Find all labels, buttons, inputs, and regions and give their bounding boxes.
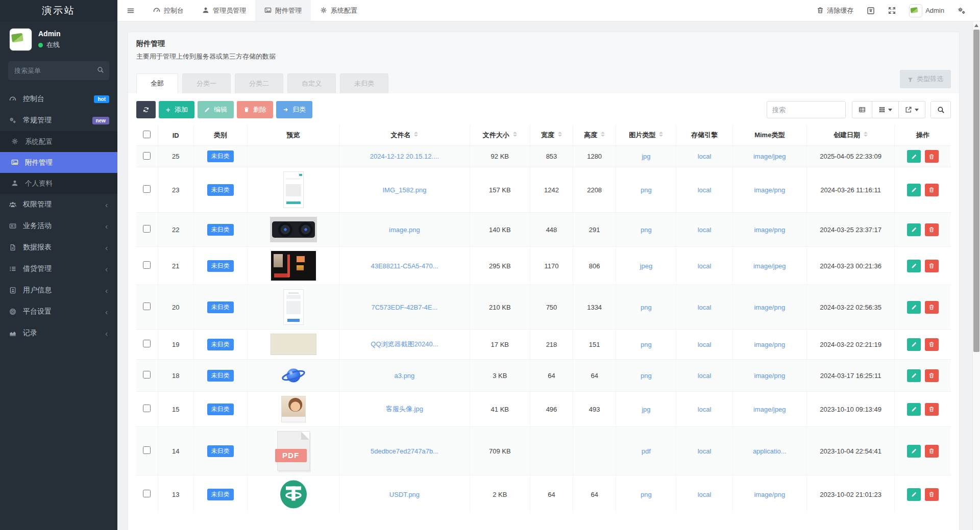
row-checkbox[interactable] xyxy=(143,225,151,233)
mime-link[interactable]: image/jpeg xyxy=(753,262,786,270)
refresh-button[interactable] xyxy=(136,101,156,118)
engine-link[interactable]: local xyxy=(698,262,712,270)
scrollbar-thumb[interactable] xyxy=(973,30,979,352)
row-edit-button[interactable] xyxy=(907,301,921,314)
filename-link[interactable]: 5dedbce7ed2747a7b... xyxy=(371,447,438,455)
row-checkbox[interactable] xyxy=(143,185,151,193)
row-checkbox[interactable] xyxy=(143,302,151,310)
engine-link[interactable]: local xyxy=(698,186,712,194)
row-checkbox[interactable] xyxy=(143,446,151,454)
col-height[interactable]: 高度 xyxy=(573,125,616,146)
mime-link[interactable]: image/jpeg xyxy=(753,406,786,413)
row-edit-button[interactable] xyxy=(907,223,921,236)
mime-link[interactable]: image/png xyxy=(754,226,785,234)
export-button[interactable] xyxy=(899,101,925,118)
sidebar-item-business[interactable]: 业务活动 xyxy=(0,215,117,237)
row-delete-button[interactable] xyxy=(925,223,939,236)
sidebar-item-loan[interactable]: 借贷管理 xyxy=(0,258,117,280)
mime-link[interactable]: image/png xyxy=(754,341,785,348)
user-avatar[interactable] xyxy=(9,28,32,51)
engine-link[interactable]: local xyxy=(698,406,712,413)
row-checkbox[interactable] xyxy=(143,371,151,378)
col-date[interactable]: 创建日期 xyxy=(806,125,894,146)
filename-link[interactable]: USDT.png xyxy=(389,491,420,498)
tab-category2[interactable]: 分类二 xyxy=(235,73,283,93)
row-delete-button[interactable] xyxy=(925,369,939,382)
clear-cache-button[interactable]: 清除缓存 xyxy=(817,6,853,15)
row-edit-button[interactable] xyxy=(907,488,921,501)
mime-link[interactable]: applicatio... xyxy=(753,447,787,455)
list-view-button[interactable] xyxy=(852,101,872,118)
search-submit-button[interactable] xyxy=(930,101,951,118)
engine-link[interactable]: local xyxy=(698,226,712,234)
filename-link[interactable]: image.png xyxy=(389,226,420,234)
preview-thumbnail[interactable] xyxy=(283,289,304,325)
row-edit-button[interactable] xyxy=(907,184,921,196)
engine-link[interactable]: local xyxy=(698,304,712,311)
filename-link[interactable]: QQ浏览器截图20240... xyxy=(371,340,438,348)
imagetype-link[interactable]: png xyxy=(641,372,652,380)
sidebar-item-config[interactable]: 系统配置 xyxy=(0,131,117,152)
sidebar-item-profile[interactable]: 个人资料 xyxy=(0,173,117,194)
imagetype-link[interactable]: jpg xyxy=(642,406,650,413)
tab-custom[interactable]: 自定义 xyxy=(287,73,336,93)
usdt-preview-thumbnail[interactable] xyxy=(279,479,308,509)
row-edit-button[interactable] xyxy=(907,338,921,351)
filename-link[interactable]: 客服头像.jpg xyxy=(386,405,423,413)
delete-button[interactable]: 删除 xyxy=(237,101,273,118)
row-checkbox[interactable] xyxy=(143,340,151,347)
tab-unclassified[interactable]: 未归类 xyxy=(340,73,388,93)
row-delete-button[interactable] xyxy=(925,184,939,196)
imagetype-link[interactable]: pdf xyxy=(642,447,651,455)
imagetype-link[interactable]: png xyxy=(641,341,652,348)
col-width[interactable]: 宽度 xyxy=(530,125,573,146)
fullscreen-icon[interactable] xyxy=(888,7,896,14)
sidebar-item-auth[interactable]: 权限管理 xyxy=(0,194,117,215)
preview-thumbnail[interactable] xyxy=(271,334,316,355)
preview-thumbnail[interactable] xyxy=(281,396,306,422)
row-checkbox[interactable] xyxy=(143,405,151,412)
row-edit-button[interactable] xyxy=(907,369,921,382)
filename-link[interactable]: 43E88211-C5A5-470... xyxy=(371,262,438,270)
edit-button[interactable]: 编辑 xyxy=(198,101,234,118)
scroll-up-arrow-icon[interactable] xyxy=(974,24,978,27)
row-delete-button[interactable] xyxy=(925,488,939,501)
col-filesize[interactable]: 文件大小 xyxy=(470,125,530,146)
add-button[interactable]: 添加 xyxy=(159,101,194,118)
imagetype-link[interactable]: jpeg xyxy=(640,262,653,270)
mime-link[interactable]: image/png xyxy=(754,491,785,498)
sidebar-item-attachment[interactable]: 附件管理 xyxy=(0,152,117,173)
type-filter-button[interactable]: 类型筛选 xyxy=(900,70,951,88)
classify-button[interactable]: 归类 xyxy=(276,101,312,118)
sidebar-item-platform[interactable]: 平台设置 xyxy=(0,301,117,322)
select-all-checkbox[interactable] xyxy=(143,131,151,138)
col-imagetype[interactable]: 图片类型 xyxy=(616,125,676,146)
sidebar-search-input[interactable] xyxy=(8,61,109,80)
engine-link[interactable]: local xyxy=(698,447,712,455)
navbar-user-menu[interactable]: Admin xyxy=(909,4,944,17)
nav-tab-config[interactable]: 系统配置 xyxy=(311,0,366,21)
mime-link[interactable]: image/jpeg xyxy=(753,153,786,160)
nav-tab-dashboard[interactable]: 控制台 xyxy=(144,0,193,21)
imagetype-link[interactable]: png xyxy=(641,304,652,311)
row-delete-button[interactable] xyxy=(925,260,939,272)
row-checkbox[interactable] xyxy=(143,152,151,160)
col-filename[interactable]: 文件名 xyxy=(339,125,470,146)
row-edit-button[interactable] xyxy=(907,445,921,458)
row-delete-button[interactable] xyxy=(925,445,939,458)
row-delete-button[interactable] xyxy=(925,301,939,314)
engine-link[interactable]: local xyxy=(698,341,712,348)
row-edit-button[interactable] xyxy=(907,403,921,416)
nav-tab-admin[interactable]: 管理员管理 xyxy=(193,0,255,21)
row-edit-button[interactable] xyxy=(907,260,921,272)
settings-gears-icon[interactable] xyxy=(958,7,966,15)
imagetype-link[interactable]: png xyxy=(641,186,652,194)
grid-view-button[interactable] xyxy=(872,101,899,118)
language-icon[interactable] xyxy=(867,7,875,15)
row-delete-button[interactable] xyxy=(925,150,939,163)
filename-link[interactable]: 7C573EDF-42B7-4E... xyxy=(371,304,437,311)
mime-link[interactable]: image/png xyxy=(754,372,785,380)
filename-link[interactable]: a3.png xyxy=(395,372,415,380)
mime-link[interactable]: image/png xyxy=(754,304,785,311)
engine-link[interactable]: local xyxy=(698,491,712,498)
